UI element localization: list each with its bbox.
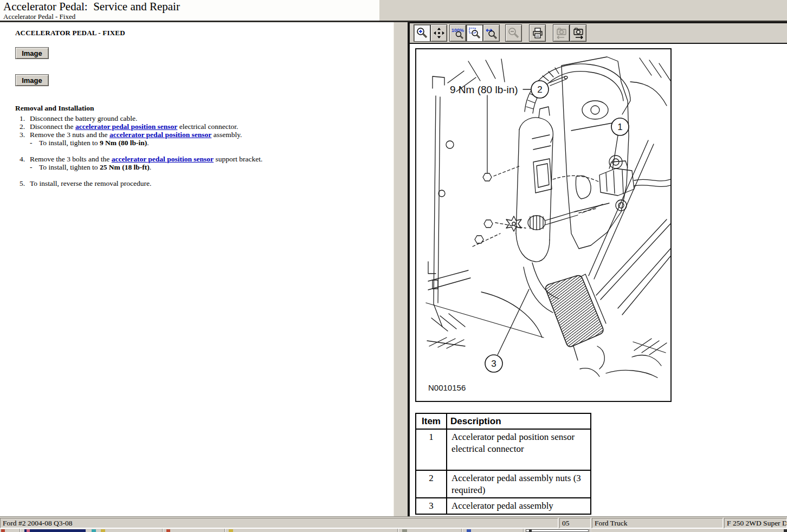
document-header: Accelerator Pedal: Service and Repair Ac… <box>0 0 787 21</box>
step-number: 4. <box>15 155 25 163</box>
step-2: 2. Disconnect the accelerator pedal posi… <box>15 122 388 131</box>
image-button-2[interactable]: Image <box>15 74 49 86</box>
address-box[interactable] <box>526 529 589 532</box>
print-icon <box>531 27 544 40</box>
table-row: 3 Accelerator pedal assembly <box>416 498 591 514</box>
zoom-in-icon <box>416 27 429 40</box>
next-image-icon <box>572 27 585 40</box>
description-cell: Accelerator pedal assembly <box>447 498 591 514</box>
windows-taskbar[interactable] <box>0 528 787 532</box>
substep-run: . <box>147 139 149 147</box>
step-text: Disconnect the accelerator pedal positio… <box>30 122 238 131</box>
fit-window-button[interactable] <box>466 24 483 42</box>
application-window: Accelerator Pedal: Service and Repair Ac… <box>0 0 787 532</box>
procedure-steps: 1. Disconnect the battery ground cable. … <box>15 114 388 187</box>
fit-window-icon <box>468 27 481 40</box>
task-icon[interactable] <box>166 529 170 532</box>
substep-dash: - <box>30 163 39 171</box>
item-cell: 3 <box>416 498 447 514</box>
column-header-item: Item <box>416 413 447 429</box>
parts-table: Item Description 1 Accelerator pedal pos… <box>415 413 591 515</box>
article-heading: ACCELERATOR PEDAL - FIXED <box>15 29 388 37</box>
torque-value: 9 Nm (80 lb-in) <box>100 139 147 147</box>
zoom-100-icon: 100% <box>451 27 465 40</box>
step-text-run: electrical connector. <box>177 122 238 131</box>
task-icon[interactable] <box>402 529 407 532</box>
substep-text: To install, tighten to 25 Nm (18 lb-ft). <box>39 163 151 171</box>
status-model: F 250 2WD Super Du <box>724 518 787 528</box>
active-task-icon <box>27 529 30 532</box>
description-cell: Accelerator pedal assembly nuts (3 requi… <box>447 470 591 498</box>
substep-run: To install, tighten to <box>39 163 100 171</box>
graphics-toolbar: 100% <box>410 23 787 44</box>
image-button-1[interactable]: Image <box>15 47 49 59</box>
page-title: Accelerator Pedal: Service and Repair <box>3 0 180 14</box>
table-row: 1 Accelerator pedal position sensor elec… <box>416 429 591 470</box>
step-1: 1. Disconnect the battery ground cable. <box>15 114 388 122</box>
torque-value: 25 Nm (18 lb-ft) <box>100 163 150 171</box>
substep-text: To install, tighten to 9 Nm (80 lb-in). <box>39 139 149 147</box>
step-3-substep: - To install, tighten to 9 Nm (80 lb-in)… <box>30 139 388 147</box>
table-row: 2 Accelerator pedal assembly nuts (3 req… <box>416 470 591 498</box>
step-text-run: Remove the 3 bolts and the <box>30 155 112 163</box>
pan-button[interactable] <box>430 24 447 42</box>
task-icon[interactable] <box>467 529 471 532</box>
status-bar: Ford #2 2004-08 Q3-08 05 Ford Truck F 25… <box>0 516 787 528</box>
task-icon[interactable] <box>101 529 105 532</box>
step-text: To install, reverse the removal procedur… <box>30 179 151 187</box>
active-task-button[interactable] <box>24 529 86 532</box>
sensor-link[interactable]: accelerator pedal position sensor <box>109 131 211 139</box>
status-make: Ford Truck <box>592 518 723 528</box>
step-text-run: To install, reverse the removal procedur… <box>30 179 151 187</box>
step-text-run: support bracket. <box>214 155 262 163</box>
step-4: 4. Remove the 3 bolts and the accelerato… <box>15 155 388 163</box>
step-3: 3. Remove the 3 nuts and the accelerator… <box>15 131 388 139</box>
step-text-run: Disconnect the <box>30 122 75 131</box>
callout-3: 3 <box>491 359 496 369</box>
zoom-out-button[interactable] <box>505 24 522 42</box>
start-icon[interactable] <box>1 529 5 532</box>
figure-number: N0010156 <box>428 383 466 392</box>
page-subtitle: Accelerator Pedal - Fixed <box>3 12 75 21</box>
step-5: 5. To install, reverse the removal proce… <box>15 179 388 187</box>
task-icon[interactable] <box>229 529 233 532</box>
address-box-icon <box>529 529 532 532</box>
zoom-100-button[interactable]: 100% <box>449 24 466 42</box>
table-header-row: Item Description <box>416 413 591 429</box>
fit-width-icon <box>485 27 498 40</box>
pan-icon <box>433 27 446 40</box>
step-number: 3. <box>15 131 25 139</box>
step-text-run: Disconnect the battery ground cable. <box>30 114 137 122</box>
torque-callout-label: 9 Nm (80 lb-in) <box>450 84 518 95</box>
step-number: 2. <box>15 122 25 131</box>
task-icon[interactable] <box>92 529 96 532</box>
callout-1: 1 <box>617 122 622 132</box>
column-header-description: Description <box>447 413 591 429</box>
substep-run: To install, tighten to <box>39 139 100 147</box>
header-chrome-fill <box>379 0 787 21</box>
step-text: Remove the 3 nuts and the accelerator pe… <box>30 131 242 139</box>
substep-run: . <box>150 163 151 171</box>
status-year: 05 <box>559 518 591 528</box>
graphics-pane: 100% <box>408 22 787 516</box>
sensor-link[interactable]: accelerator pedal position sensor <box>75 122 177 131</box>
status-coverage: Ford #2 2004-08 Q3-08 <box>0 518 558 528</box>
fit-width-button[interactable] <box>483 24 500 42</box>
print-button[interactable] <box>529 24 546 42</box>
tray-notch <box>784 529 787 532</box>
pane-splitter[interactable] <box>393 22 408 516</box>
description-cell: Accelerator pedal position sensor electr… <box>447 429 591 470</box>
step-text-run: Remove the 3 nuts and the <box>30 131 109 139</box>
illustration-canvas[interactable]: 9 Nm (80 lb-in) 2 1 3 N0010156 <box>415 48 672 402</box>
previous-image-button[interactable] <box>553 24 570 42</box>
substep-dash: - <box>30 139 39 147</box>
sensor-link[interactable]: accelerator pedal position sensor <box>112 155 214 163</box>
step-text: Remove the 3 bolts and the accelerator p… <box>30 155 262 163</box>
step-number: 1. <box>15 114 25 122</box>
callout-2: 2 <box>537 85 542 95</box>
zoom-out-icon <box>507 27 520 40</box>
zoom-in-button[interactable] <box>414 24 430 42</box>
step-text: Disconnect the battery ground cable. <box>30 114 137 122</box>
item-cell: 2 <box>416 470 447 498</box>
next-image-button[interactable] <box>570 24 586 42</box>
